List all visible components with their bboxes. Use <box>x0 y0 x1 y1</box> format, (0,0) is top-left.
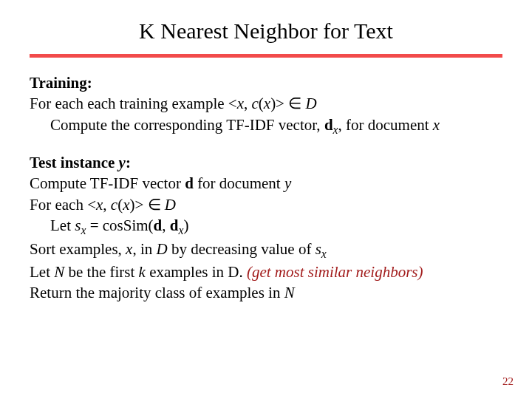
training-line-2: Compute the corresponding TF-IDF vector,… <box>50 115 502 137</box>
text: ( <box>259 95 264 112</box>
text: , <box>244 95 252 112</box>
var-y: y <box>119 154 126 171</box>
slide-title: K Nearest Neighbor for Text <box>30 18 502 44</box>
text: : <box>126 154 131 171</box>
element-of-symbol: ∈ <box>148 196 161 214</box>
page-number: 22 <box>502 375 514 388</box>
element-of-symbol: ∈ <box>288 95 301 112</box>
training-heading: Training: <box>30 72 502 93</box>
var-n-set: N <box>54 263 64 281</box>
vec-d: d <box>185 174 194 192</box>
text: ) <box>183 216 188 234</box>
text: Test instance <box>30 154 119 171</box>
sub-x: x <box>321 248 327 260</box>
test-line-1: Compute TF-IDF vector d for document y <box>30 173 502 194</box>
note-get-neighbors: (get most similar neighbors) <box>247 263 423 281</box>
text: Sort examples, <box>30 240 126 258</box>
var-d-set: D <box>161 196 176 214</box>
sub-x: x <box>333 123 338 136</box>
var-c: c <box>111 196 117 214</box>
training-section: Training: For each each training example… <box>30 72 502 137</box>
text: , <box>103 196 111 214</box>
text: be the first <box>64 263 138 281</box>
vec-d: d <box>154 216 163 234</box>
slide-body: Training: For each each training example… <box>30 72 502 304</box>
var-d-set: D <box>156 240 167 258</box>
var-x: x <box>126 240 132 258</box>
var-y: y <box>284 174 291 192</box>
text: , for document <box>338 116 433 134</box>
var-k: k <box>139 263 146 281</box>
text: by decreasing value of <box>168 240 316 258</box>
var-x: x <box>264 95 270 112</box>
var-d-set: D <box>301 95 316 112</box>
slide: K Nearest Neighbor for Text Training: Fo… <box>0 0 532 399</box>
text: Compute the corresponding TF-IDF vector, <box>50 116 324 134</box>
test-line-5: Let N be the first k examples in D. (get… <box>30 262 502 282</box>
var-n-set: N <box>284 284 295 301</box>
text: Compute TF-IDF vector <box>30 174 185 192</box>
var-x: x <box>237 95 244 112</box>
var-x: x <box>433 116 440 134</box>
vec-d: d <box>170 216 179 234</box>
text: Let <box>50 216 75 234</box>
test-section: Test instance y: Compute TF-IDF vector d… <box>30 152 502 304</box>
text: , <box>162 216 170 234</box>
vec-d: d <box>324 116 333 134</box>
var-s: s <box>316 240 321 258</box>
training-heading-text: Training: <box>30 74 92 92</box>
test-line-3: Let sx = cosSim(d, dx) <box>50 215 502 238</box>
var-x: x <box>96 196 103 214</box>
text: For each < <box>30 196 96 214</box>
text: examples in D. <box>146 263 247 281</box>
text: Let <box>30 263 54 281</box>
text: , in <box>132 240 156 258</box>
text: )> <box>270 95 288 112</box>
text: Return the majority class of examples in <box>30 284 284 301</box>
training-line-1: For each each training example <x, c(x)>… <box>30 93 502 114</box>
var-c: c <box>251 95 258 112</box>
test-line-2: For each <x, c(x)> ∈ D <box>30 194 502 215</box>
test-heading: Test instance y: <box>30 152 502 173</box>
text: For each each training example < <box>30 95 237 112</box>
text: for document <box>194 174 284 192</box>
title-divider <box>30 54 502 58</box>
text: )> <box>129 196 147 214</box>
text: = cosSim( <box>86 216 153 234</box>
test-line-4: Sort examples, x, in D by decreasing val… <box>30 239 502 262</box>
test-line-6: Return the majority class of examples in… <box>30 282 502 303</box>
